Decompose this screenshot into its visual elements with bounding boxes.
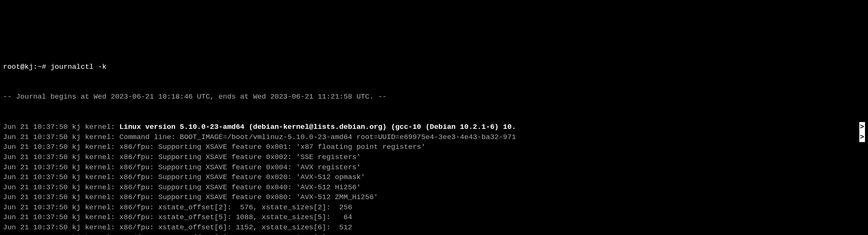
log-message: x86/fpu: Supporting XSAVE feature 0x080:… <box>119 193 378 201</box>
prompt-line: root@kj:~# journalctl -k <box>3 62 865 72</box>
log-line: Jun 21 10:37:50 kj kernel: x86/fpu: Supp… <box>3 182 865 193</box>
log-message: Command line: BOOT_IMAGE=/boot/vmlinuz-5… <box>119 133 516 141</box>
log-message: x86/fpu: Supporting XSAVE feature 0x004:… <box>119 163 361 172</box>
terminal-output[interactable]: root@kj:~# journalctl -k -- Journal begi… <box>3 42 865 235</box>
log-line: Jun 21 10:37:50 kj kernel: x86/fpu: Supp… <box>3 152 865 162</box>
log-prefix: Jun 21 10:37:50 kj kernel: <box>3 203 119 212</box>
log-message: x86/fpu: xstate_offset[5]: 1088, xstate_… <box>119 213 352 221</box>
log-line: Jun 21 10:37:50 kj kernel: x86/fpu: xsta… <box>3 223 865 233</box>
log-prefix: Jun 21 10:37:50 kj kernel: <box>3 223 119 232</box>
log-line: Jun 21 10:37:50 kj kernel: x86/fpu: Supp… <box>3 172 865 182</box>
log-message: x86/fpu: Supporting XSAVE feature 0x040:… <box>119 183 361 192</box>
scroll-right-icon: > <box>859 122 865 132</box>
log-prefix: Jun 21 10:37:50 kj kernel: <box>3 233 119 235</box>
log-line: Jun 21 10:37:50 kj kernel: x86/fpu: Supp… <box>3 192 865 203</box>
log-line: Jun 21 10:37:50 kj kernel: Linux version… <box>3 122 865 132</box>
log-prefix: Jun 21 10:37:50 kj kernel: <box>3 133 119 141</box>
prompt-user-host: root@kj <box>3 63 33 71</box>
log-prefix: Jun 21 10:37:50 kj kernel: <box>3 183 119 192</box>
log-prefix: Jun 21 10:37:50 kj kernel: <box>3 173 119 181</box>
log-message: x86/fpu: Supporting XSAVE feature 0x020:… <box>119 173 365 181</box>
command-text: journalctl -k <box>50 63 106 71</box>
journal-header: -- Journal begins at Wed 2023-06-21 10:1… <box>3 92 865 102</box>
log-message: x86/fpu: xstate_offset[2]: 576, xstate_s… <box>119 203 352 212</box>
log-line: Jun 21 10:37:50 kj kernel: x86/fpu: xsta… <box>3 212 865 223</box>
log-prefix: Jun 21 10:37:50 kj kernel: <box>3 143 119 151</box>
log-prefix: Jun 21 10:37:50 kj kernel: <box>3 193 119 201</box>
log-prefix: Jun 21 10:37:50 kj kernel: <box>3 123 119 131</box>
log-line: Jun 21 10:37:50 kj kernel: x86/fpu: xsta… <box>3 203 865 213</box>
log-message: x86/fpu: xstate_offset[6]: 1152, xstate_… <box>119 223 352 232</box>
scroll-right-icon: > <box>859 132 865 142</box>
log-message: Linux version 5.10.0-23-amd64 (debian-ke… <box>119 123 516 131</box>
prompt-separator: : <box>33 63 37 71</box>
log-line: Jun 21 10:37:50 kj kernel: x86/fpu: xsta… <box>3 233 865 235</box>
log-message: x86/fpu: Supporting XSAVE feature 0x002:… <box>119 153 361 161</box>
log-message: x86/fpu: Supporting XSAVE feature 0x001:… <box>119 143 426 151</box>
log-line: Jun 21 10:37:50 kj kernel: Command line:… <box>3 132 865 142</box>
log-prefix: Jun 21 10:37:50 kj kernel: <box>3 163 119 172</box>
log-line: Jun 21 10:37:50 kj kernel: x86/fpu: Supp… <box>3 162 865 173</box>
log-message: x86/fpu: xstate_offset[7]: 1664, xstate_… <box>119 233 352 235</box>
prompt-symbol: # <box>42 63 46 71</box>
log-lines-container: Jun 21 10:37:50 kj kernel: Linux version… <box>3 122 865 235</box>
log-prefix: Jun 21 10:37:50 kj kernel: <box>3 153 119 161</box>
prompt-path: ~ <box>37 63 42 71</box>
prompt-space <box>46 63 50 71</box>
log-line: Jun 21 10:37:50 kj kernel: x86/fpu: Supp… <box>3 142 865 152</box>
log-prefix: Jun 21 10:37:50 kj kernel: <box>3 213 119 221</box>
